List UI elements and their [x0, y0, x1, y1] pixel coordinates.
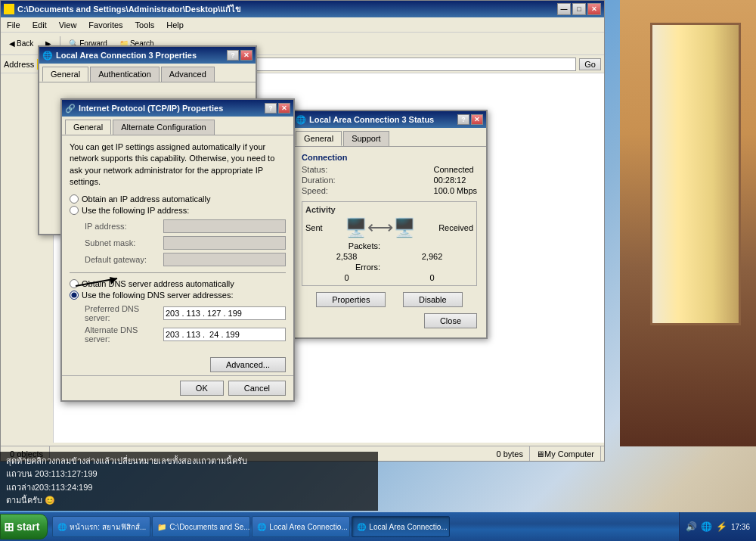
explorer-close-button[interactable]: ✕	[587, 3, 601, 15]
explorer-window-title: C:\Documents and Settings\Administrator\…	[17, 2, 241, 16]
tray-icon-1: 🔊	[686, 521, 698, 533]
explorer-titlebar-buttons: — □ ✕	[557, 3, 601, 15]
tray-icon-3: ⚡	[716, 521, 728, 533]
tab-general[interactable]: General	[42, 67, 88, 82]
address-label: Address	[4, 60, 34, 69]
explorer-window-icon	[4, 4, 14, 14]
ip-form-grid: IP address: Subnet mask: Default gateway…	[85, 219, 286, 266]
network-icon: 🌐	[42, 50, 53, 61]
lac-help-button[interactable]: ?	[227, 50, 239, 61]
menu-favorites[interactable]: Favorites	[85, 20, 125, 30]
alternate-dns-input[interactable]	[163, 328, 286, 341]
menu-edit[interactable]: Edit	[29, 20, 50, 30]
subnet-mask-label: Subnet mask:	[85, 238, 160, 247]
received-packets: 2,962	[391, 252, 473, 261]
tcpip-dialog: 🔗 Internet Protocol (TCP/IP) Properties …	[60, 98, 295, 402]
sent-packets: 2,538	[305, 252, 388, 261]
network-activity-icon: 🖥️⟷🖥️	[345, 217, 416, 238]
ip-address-input[interactable]	[163, 219, 286, 233]
tcpip-title-text: 🔗 Internet Protocol (TCP/IP) Properties	[65, 103, 223, 113]
obtain-ip-auto-option: Obtain an IP address automatically	[70, 194, 286, 204]
use-following-ip-radio[interactable]	[70, 206, 79, 215]
sent-errors: 0	[305, 273, 388, 282]
status-close-button-title[interactable]: ✕	[471, 114, 483, 125]
lac-dialog-titlebar: 🌐 Local Area Connection 3 Properties ? ✕	[39, 47, 256, 64]
taskbar-item-2[interactable]: 🌐 Local Area Connectio...	[252, 516, 350, 537]
status-dialog-footer: Properties Disable	[302, 289, 477, 310]
go-button[interactable]: Go	[579, 58, 601, 70]
menu-help[interactable]: Help	[163, 20, 187, 30]
annotation-line2: แถวบน 203:113:127:199	[6, 468, 372, 481]
menu-file[interactable]: File	[4, 20, 23, 30]
speed-value: 100.0 Mbps	[434, 186, 477, 195]
right-background	[620, 0, 756, 446]
bottom-annotation: สุดท้ายคลิกวงกลมข้างล่างแล้วเปลี่ยนหมายเ…	[0, 452, 378, 511]
arrow-svg	[68, 271, 129, 301]
sent-column: Sent	[305, 223, 323, 232]
dns-form-grid: Preferred DNS server: Alternate DNS serv…	[85, 304, 286, 344]
status-label: Status:	[302, 165, 428, 174]
received-column: Received	[438, 223, 473, 232]
lac-dialog-title-text: 🌐 Local Area Connection 3 Properties	[42, 50, 197, 61]
status-bytes: 0 bytes	[491, 446, 530, 461]
errors-label: Errors:	[305, 263, 388, 272]
explorer-minimize-button[interactable]: —	[557, 3, 571, 15]
advanced-button[interactable]: Advanced...	[210, 357, 286, 372]
explorer-title-text: C:\Documents and Settings\Administrator\…	[4, 2, 241, 16]
tray-clock: 17:36	[731, 523, 750, 531]
disable-button[interactable]: Disable	[403, 292, 463, 307]
lac-dialog-titlebar-buttons: ? ✕	[227, 50, 253, 61]
status-help-button[interactable]: ?	[457, 114, 469, 125]
start-button[interactable]: ⊞ start	[0, 514, 48, 539]
speed-label: Speed:	[302, 186, 428, 195]
tcpip-tab-alternate[interactable]: Alternate Configuration	[113, 120, 215, 135]
status-dialog-titlebar: 🌐 Local Area Connection 3 Status ? ✕	[293, 111, 486, 128]
taskbar-item-1-icon: 📁	[157, 523, 166, 531]
status-close-button[interactable]: Close	[424, 313, 477, 328]
tcpip-description: You can get IP settings assigned automat…	[70, 141, 286, 188]
taskbar-item-0[interactable]: 🌐 หน้าเเรก: สยามฟิสิกส์...	[52, 516, 150, 537]
packets-label: Packets:	[305, 241, 388, 250]
cancel-button[interactable]: Cancel	[228, 381, 286, 396]
ok-button[interactable]: OK	[180, 381, 224, 396]
activity-label: Activity	[305, 205, 473, 214]
annotation-line4: ตามนี้ครับ 😊	[6, 494, 372, 508]
advanced-btn-row: Advanced...	[62, 354, 293, 375]
lac-close-button[interactable]: ✕	[240, 50, 253, 61]
status-computer: 🖥 My Computer	[530, 446, 601, 461]
status-tab-support[interactable]: Support	[343, 131, 389, 146]
tab-advanced[interactable]: Advanced	[161, 67, 215, 82]
explorer-maximize-button[interactable]: □	[572, 3, 586, 15]
tcpip-dialog-body: You can get IP settings assigned automat…	[62, 135, 293, 354]
menu-view[interactable]: View	[56, 20, 80, 30]
back-button[interactable]: ◀ Back	[4, 35, 39, 53]
activity-sent-received: Sent 🖥️⟷🖥️ Received	[305, 217, 473, 238]
taskbar-item-3[interactable]: 🌐 Local Area Connectio...	[352, 516, 450, 537]
tcpip-dialog-footer: OK Cancel	[62, 375, 293, 400]
tcpip-tab-general[interactable]: General	[65, 120, 111, 135]
default-gateway-input[interactable]	[163, 253, 286, 266]
tab-authentication[interactable]: Authentication	[90, 67, 160, 82]
preferred-dns-input[interactable]	[163, 306, 286, 320]
tcpip-help-button[interactable]: ?	[265, 103, 277, 113]
taskbar-item-1[interactable]: 📁 C:\Documents and Se...	[152, 516, 250, 537]
system-tray: 🔊 🌐 ⚡ 17:36	[679, 512, 756, 541]
explorer-menubar: File Edit View Favorites Tools Help	[1, 17, 604, 33]
tcpip-tabs: General Alternate Configuration	[62, 117, 293, 135]
lac-dialog-tabs: General Authentication Advanced	[39, 64, 256, 82]
status-tab-general[interactable]: General	[296, 131, 342, 146]
use-following-ip-option: Use the following IP address:	[70, 206, 286, 215]
annotation-line1: สุดท้ายคลิกวงกลมข้างล่างแล้วเปลี่ยนหมายเ…	[6, 455, 372, 468]
obtain-ip-auto-radio[interactable]	[70, 194, 79, 204]
duration-label: Duration:	[302, 176, 428, 185]
default-gateway-label: Default gateway:	[85, 255, 160, 264]
tcpip-close-button[interactable]: ✕	[278, 103, 290, 113]
menu-tools[interactable]: Tools	[132, 20, 158, 30]
duration-value: 00:28:12	[434, 176, 477, 185]
taskbar-item-3-icon: 🌐	[357, 523, 366, 531]
explorer-titlebar: C:\Documents and Settings\Administrator\…	[1, 1, 604, 17]
connection-status-grid: Status: Connected Duration: 00:28:12 Spe…	[302, 165, 477, 195]
subnet-mask-input[interactable]	[163, 236, 286, 250]
preferred-dns-label: Preferred DNS server:	[85, 304, 160, 322]
properties-button[interactable]: Properties	[316, 292, 386, 307]
